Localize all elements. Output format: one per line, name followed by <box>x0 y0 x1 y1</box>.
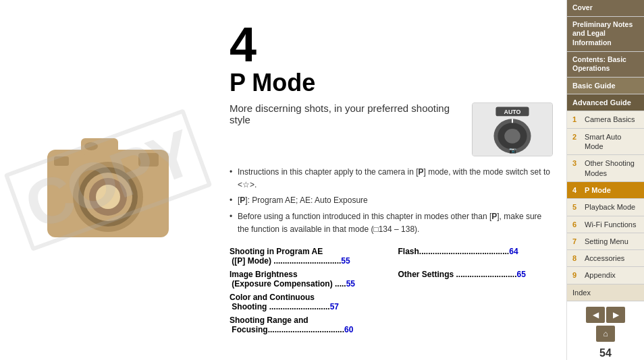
toc-item-3: Color and Continuous Shooting ..........… <box>230 293 385 311</box>
svg-text:AUTO: AUTO <box>504 109 521 115</box>
toc-item-4: Shooting Range and Focusing.............… <box>230 316 385 334</box>
bullet-points: Instructions in this chapter apply to th… <box>230 166 553 236</box>
sidebar-navigation: ◀ ▶ ⌂ 54 <box>567 301 644 360</box>
toc-item-1: Shooting in Program AE ([P] Mode) ......… <box>230 247 385 266</box>
sidebar-item-other-shooting[interactable]: 3 Other Shooting Modes <box>567 155 644 182</box>
nav-prev-button[interactable]: ◀ <box>586 307 605 323</box>
toc-item-2: Image Brightness (Exposure Compensation)… <box>230 270 385 289</box>
toc-item-flash: Flash...................................… <box>398 247 554 266</box>
nav-home-button[interactable]: ⌂ <box>596 326 615 342</box>
svg-point-9 <box>84 142 98 150</box>
sidebar-contents[interactable]: Contents: Basic Operations <box>567 52 644 78</box>
bullet-2: [P]: Program AE; AE: Auto Exposure <box>230 194 553 207</box>
svg-rect-8 <box>138 153 159 167</box>
sidebar-item-wifi[interactable]: 6 Wi-Fi Functions <box>567 216 644 233</box>
nav-home-row: ⌂ <box>596 326 615 342</box>
page-number: 54 <box>594 344 617 360</box>
chapter-title: P Mode <box>230 69 553 97</box>
sidebar-item-accessories[interactable]: 8 Accessories <box>567 250 644 267</box>
svg-point-15 <box>504 129 520 144</box>
svg-text:📷: 📷 <box>509 146 517 154</box>
sidebar-basic-guide[interactable]: Basic Guide <box>567 78 644 94</box>
main-content: 4 P Mode AUTO 📷 More discerning shots, i… <box>216 0 566 360</box>
nav-next-button[interactable]: ▶ <box>606 307 625 323</box>
svg-rect-7 <box>54 156 69 166</box>
camera-illustration-area: COPY <box>0 0 216 360</box>
mode-dial-svg: AUTO 📷 <box>473 102 552 156</box>
camera-icon <box>34 113 182 247</box>
toc-item-other-settings: Other Settings .........................… <box>398 270 554 289</box>
sidebar-item-p-mode[interactable]: 4 P Mode <box>567 182 644 199</box>
toc-grid: Shooting in Program AE ([P] Mode) ......… <box>230 247 553 338</box>
sidebar-item-setting-menu[interactable]: 7 Setting Menu <box>567 233 644 250</box>
sidebar-item-playback[interactable]: 5 Playback Mode <box>567 199 644 216</box>
sidebar-preliminary[interactable]: Preliminary Notes and Legal Information <box>567 17 644 52</box>
sidebar-cover[interactable]: Cover <box>567 0 644 17</box>
chapter-number: 4 <box>230 20 553 69</box>
sidebar: Cover Preliminary Notes and Legal Inform… <box>566 0 644 360</box>
bullet-1: Instructions in this chapter apply to th… <box>230 166 553 191</box>
bullet-3: Before using a function introduced in th… <box>230 210 553 236</box>
sidebar-item-camera-basics[interactable]: 1 Camera Basics <box>567 111 644 128</box>
sidebar-advanced-guide[interactable]: Advanced Guide <box>567 94 644 111</box>
sidebar-item-appendix[interactable]: 9 Appendix <box>567 267 644 284</box>
mode-dial-image: AUTO 📷 <box>472 102 553 156</box>
nav-prev-next-row: ◀ ▶ <box>586 307 625 323</box>
sidebar-index[interactable]: Index <box>567 284 644 301</box>
svg-point-6 <box>96 185 120 209</box>
sidebar-item-smart-auto[interactable]: 2 Smart Auto Mode <box>567 129 644 156</box>
